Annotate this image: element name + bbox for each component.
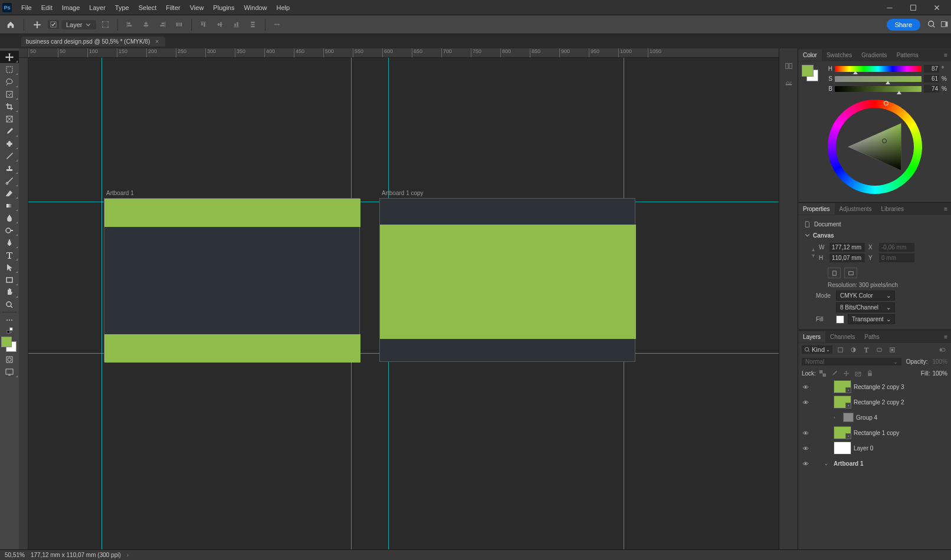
lock-transparency-icon[interactable] <box>818 369 828 377</box>
bit-depth-dropdown[interactable]: 8 Bits/Channel⌄ <box>836 302 895 312</box>
tab-swatches[interactable]: Swatches <box>822 50 857 61</box>
window-minimize-button[interactable] <box>878 0 901 15</box>
align-bottom-button[interactable] <box>229 19 244 31</box>
link-icon[interactable] <box>810 244 816 262</box>
eraser-tool[interactable] <box>0 187 19 199</box>
close-tab-button[interactable]: × <box>153 38 160 45</box>
saturation-value[interactable]: 61 <box>924 75 939 83</box>
distribute-h-button[interactable] <box>172 19 186 31</box>
align-top-button[interactable] <box>196 19 211 31</box>
filter-pixel-icon[interactable] <box>835 345 845 354</box>
visibility-toggle[interactable] <box>798 460 812 467</box>
tab-layers[interactable]: Layers <box>798 331 825 342</box>
color-mode-dropdown[interactable]: CMYK Color⌄ <box>836 291 895 301</box>
color-swatch-pair[interactable] <box>802 65 818 81</box>
search-button[interactable] <box>927 20 936 29</box>
visibility-toggle[interactable] <box>798 430 812 436</box>
ruler-origin[interactable] <box>19 48 28 58</box>
opacity-value[interactable]: 100% <box>932 358 947 365</box>
more-options-button[interactable] <box>270 19 284 31</box>
filter-smartobject-icon[interactable] <box>887 345 897 354</box>
frame-tool[interactable] <box>0 113 19 125</box>
move-tool[interactable] <box>0 51 19 63</box>
zoom-tool[interactable] <box>0 298 19 311</box>
quickmask-button[interactable] <box>0 353 19 365</box>
selection-tool[interactable] <box>0 88 19 100</box>
hue-value[interactable]: 87 <box>924 65 939 73</box>
tab-paths[interactable]: Paths <box>860 331 884 342</box>
layer-name[interactable]: Rectangle 2 copy 2 <box>854 399 949 406</box>
auto-select-checkbox[interactable] <box>48 20 59 29</box>
menu-filter[interactable]: Filter <box>161 2 185 14</box>
status-info-dropdown[interactable]: › <box>127 552 129 558</box>
home-button[interactable] <box>2 18 19 32</box>
dodge-tool[interactable] <box>0 224 19 236</box>
menu-file[interactable]: File <box>17 2 37 14</box>
orientation-portrait-button[interactable] <box>828 268 841 278</box>
menu-help[interactable]: Help <box>272 2 295 14</box>
auto-select-target-dropdown[interactable]: Layer <box>61 20 96 29</box>
history-brush-tool[interactable] <box>0 174 19 187</box>
crop-tool[interactable] <box>0 100 19 113</box>
window-close-button[interactable] <box>925 0 949 15</box>
align-left-button[interactable] <box>123 19 137 31</box>
menu-image[interactable]: Image <box>57 2 85 14</box>
lock-all-icon[interactable] <box>865 369 875 377</box>
collapsed-panel-icon[interactable] <box>783 60 795 72</box>
panel-menu-button[interactable]: ≡ <box>940 332 951 341</box>
zoom-level[interactable]: 50,51% <box>5 552 25 558</box>
filter-shape-icon[interactable] <box>874 345 884 354</box>
panel-menu-button[interactable]: ≡ <box>940 205 951 213</box>
layer-row[interactable]: › Group 4 <box>798 410 951 425</box>
transform-controls-checkbox[interactable] <box>99 19 113 31</box>
layer-thumbnail[interactable]: ▫ <box>834 396 851 409</box>
filter-toggle-switch[interactable] <box>937 345 947 354</box>
tab-channels[interactable]: Channels <box>825 331 860 342</box>
layer-fill-value[interactable]: 100% <box>932 370 947 377</box>
menu-window[interactable]: Window <box>239 2 271 14</box>
fill-dropdown[interactable]: Transparent⌄ <box>848 314 895 324</box>
tab-patterns[interactable]: Patterns <box>892 50 923 61</box>
hand-tool[interactable] <box>0 286 19 298</box>
pen-tool[interactable] <box>0 236 19 249</box>
vertical-ruler[interactable] <box>19 58 28 549</box>
horizontal-ruler[interactable]: 5050100150200250300350400450500550600650… <box>28 48 779 58</box>
rectangle-shape[interactable] <box>104 199 360 227</box>
menu-select[interactable]: Select <box>134 2 162 14</box>
tab-color[interactable]: Color <box>798 50 822 61</box>
layer-row-artboard[interactable]: ⌄ Artboard 1 <box>798 456 951 471</box>
menu-layer[interactable]: Layer <box>84 2 110 14</box>
layer-thumbnail[interactable] <box>834 442 851 454</box>
saturation-slider[interactable] <box>835 76 922 82</box>
marquee-tool[interactable] <box>0 63 19 75</box>
chevron-down-icon[interactable] <box>804 232 811 239</box>
eyedropper-tool[interactable] <box>0 125 19 137</box>
filter-type-icon[interactable] <box>861 345 871 354</box>
fill-swatch[interactable] <box>836 315 844 324</box>
lock-nested-icon[interactable] <box>854 369 863 377</box>
expand-artboard-icon[interactable]: ⌄ <box>824 461 831 466</box>
layer-row[interactable]: Layer 0 <box>798 440 951 456</box>
hue-slider[interactable] <box>835 66 922 72</box>
layer-thumbnail[interactable]: ▫ <box>834 426 851 439</box>
visibility-toggle[interactable] <box>798 399 812 406</box>
visibility-toggle[interactable] <box>798 445 812 452</box>
layer-row[interactable]: ▫ Rectangle 2 copy 3 <box>798 379 951 394</box>
lasso-tool[interactable] <box>0 75 19 88</box>
brightness-value[interactable]: 74 <box>924 85 939 93</box>
tab-libraries[interactable]: Libraries <box>877 203 909 215</box>
menu-view[interactable]: View <box>185 2 209 14</box>
document-tab[interactable]: business card design.psd @ 50,5% * (CMYK… <box>21 37 165 47</box>
lock-image-icon[interactable] <box>830 369 839 377</box>
artboard-1[interactable] <box>104 198 360 362</box>
panel-menu-button[interactable]: ≡ <box>940 51 951 60</box>
blur-tool[interactable] <box>0 212 19 224</box>
menu-edit[interactable]: Edit <box>37 2 57 14</box>
artboard-1-copy[interactable] <box>379 198 635 362</box>
artboard-label[interactable]: Artboard 1 <box>106 190 134 196</box>
layer-filter-kind-dropdown[interactable]: Kind ⌄ <box>802 345 832 354</box>
align-center-h-button[interactable] <box>139 19 153 31</box>
layer-name[interactable]: Artboard 1 <box>834 460 949 467</box>
rectangle-shape[interactable] <box>380 225 636 339</box>
clone-stamp-tool[interactable] <box>0 162 19 174</box>
